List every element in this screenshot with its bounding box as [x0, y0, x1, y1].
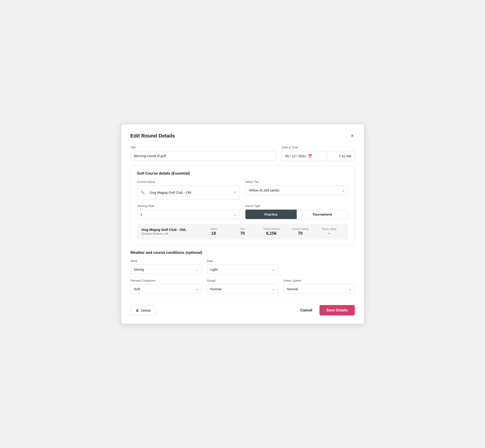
title-group: Title	[130, 146, 276, 161]
footer-divider	[130, 298, 355, 299]
starting-hole-wrapper[interactable]: 1234 5678 910 ⌄	[137, 209, 240, 219]
rough-label: Rough	[207, 279, 278, 282]
fairway-rough-green-row: Fairway Conditions SoftNormalHard ⌄ Roug…	[130, 279, 355, 294]
select-tee-group: Select Tee Yellow (6,156 yards) White Re…	[245, 180, 348, 200]
weather-section: Weather and course conditions (optional)…	[130, 251, 355, 294]
game-type-toggle: Practice Tournament	[245, 209, 348, 219]
wind-label: Wind	[130, 259, 202, 263]
trash-icon: 🗑	[136, 308, 139, 312]
rain-dropdown[interactable]: NoneLightModerateHeavy	[207, 265, 278, 274]
course-info-bar: Gog Magog Golf Club - Old, Shelford Bott…	[137, 224, 348, 240]
game-type-label: Game Type	[245, 204, 348, 208]
time-value: 7:31 AM	[339, 154, 351, 158]
edit-round-modal: Edit Round Details × Title Date & Time 0…	[121, 124, 364, 324]
rough-wrapper[interactable]: ShortNormalLong ⌄	[207, 284, 278, 294]
footer-right: Cancel Save Details	[299, 305, 355, 315]
holes-label: Holes	[210, 227, 217, 231]
title-input[interactable]	[130, 151, 276, 161]
course-name-input[interactable]	[147, 188, 232, 197]
clear-icon[interactable]: ✕	[233, 190, 236, 194]
course-location: Shelford Bottom, UK	[142, 232, 199, 235]
course-name-tee-row: Course Name 🔍 ✕ Select Tee Yellow (6,156…	[137, 180, 348, 200]
stat-course-rating: Course rating 70	[286, 227, 315, 236]
fairway-dropdown[interactable]: SoftNormalHard	[131, 284, 201, 294]
stat-holes: Holes 18	[199, 227, 228, 236]
par-label: Par	[241, 227, 245, 231]
stat-slope-rating: Slope rating -	[315, 227, 344, 236]
green-speed-group: Green Speed SlowNormalFast ⌄	[283, 279, 355, 294]
course-search-wrapper[interactable]: 🔍 ✕	[137, 185, 240, 200]
time-field[interactable]: 7:31 AM	[327, 151, 355, 161]
date-value: 05 / 12 / 2021	[285, 154, 306, 158]
wind-wrapper[interactable]: NoneLightModerateStrong ⌄	[130, 264, 202, 274]
course-info-name: Gog Magog Golf Club - Old, Shelford Bott…	[142, 228, 199, 235]
starting-hole-label: Starting Hole	[137, 204, 240, 208]
yards-value: 6,156	[266, 231, 276, 236]
wind-rain-row: Wind NoneLightModerateStrong ⌄ Rain None…	[130, 259, 355, 274]
delete-button[interactable]: 🗑 Delete	[130, 305, 156, 315]
wind-group: Wind NoneLightModerateStrong ⌄	[130, 259, 202, 274]
close-button[interactable]: ×	[350, 133, 355, 139]
green-speed-wrapper[interactable]: SlowNormalFast ⌄	[283, 284, 355, 294]
stat-yards: Yards(Yellow) 6,156	[257, 227, 286, 236]
rain-label: Rain	[207, 259, 278, 263]
fairway-group: Fairway Conditions SoftNormalHard ⌄	[130, 279, 202, 294]
course-name-label: Course Name	[137, 180, 240, 184]
delete-label: Delete	[141, 308, 151, 312]
stat-par: Par 70	[228, 227, 257, 236]
title-label: Title	[130, 146, 276, 149]
green-speed-label: Green Speed	[283, 279, 355, 282]
select-tee-wrapper[interactable]: Yellow (6,156 yards) White Red Blue ⌄	[245, 185, 348, 195]
practice-button[interactable]: Practice	[245, 210, 297, 219]
rain-wrapper[interactable]: NoneLightModerateHeavy ⌄	[207, 264, 278, 274]
course-rating-label: Course rating	[292, 227, 308, 231]
select-tee-label: Select Tee	[245, 180, 348, 184]
rough-dropdown[interactable]: ShortNormalLong	[207, 284, 278, 294]
starting-hole-group: Starting Hole 1234 5678 910 ⌄	[137, 204, 240, 219]
golf-course-title: Golf Course details (Essential)	[137, 171, 348, 176]
weather-section-title: Weather and course conditions (optional)	[130, 251, 355, 255]
golf-course-section: Golf Course details (Essential) Course N…	[130, 166, 355, 245]
par-value: 70	[240, 231, 245, 236]
slope-rating-label: Slope rating	[322, 227, 336, 231]
rain-group: Rain NoneLightModerateHeavy ⌄	[207, 259, 278, 274]
course-name-group: Course Name 🔍 ✕	[137, 180, 240, 200]
select-tee-dropdown[interactable]: Yellow (6,156 yards) White Red Blue	[245, 185, 348, 195]
datetime-label: Date & Time	[282, 146, 355, 149]
title-date-row: Title Date & Time 05 / 12 / 2021 📅 7:31 …	[130, 146, 355, 161]
date-field[interactable]: 05 / 12 / 2021 📅	[282, 151, 327, 161]
footer-row: 🗑 Delete Cancel Save Details	[130, 303, 355, 315]
slope-rating-value: -	[328, 231, 330, 236]
modal-header: Edit Round Details ×	[130, 133, 355, 139]
course-rating-value: 70	[298, 231, 302, 236]
cancel-button[interactable]: Cancel	[299, 305, 314, 315]
datetime-group: Date & Time 05 / 12 / 2021 📅 7:31 AM	[282, 146, 355, 161]
starting-hole-game-type-row: Starting Hole 1234 5678 910 ⌄ Game Type …	[137, 204, 348, 219]
tournament-button[interactable]: Tournament	[297, 210, 348, 219]
datetime-row: 05 / 12 / 2021 📅 7:31 AM	[282, 151, 355, 161]
game-type-group: Game Type Practice Tournament	[245, 204, 348, 219]
wind-dropdown[interactable]: NoneLightModerateStrong	[131, 265, 201, 274]
calendar-icon: 📅	[308, 154, 312, 158]
green-speed-dropdown[interactable]: SlowNormalFast	[284, 284, 354, 294]
fairway-wrapper[interactable]: SoftNormalHard ⌄	[130, 284, 202, 294]
search-icon: 🔍	[140, 190, 145, 194]
holes-value: 18	[211, 231, 216, 236]
course-full-name: Gog Magog Golf Club - Old,	[142, 228, 199, 232]
save-button[interactable]: Save Details	[319, 305, 355, 315]
rough-group: Rough ShortNormalLong ⌄	[207, 279, 278, 294]
starting-hole-dropdown[interactable]: 1234 5678 910	[137, 210, 240, 219]
yards-label: Yards(Yellow)	[263, 227, 280, 231]
modal-title: Edit Round Details	[130, 133, 175, 139]
fairway-label: Fairway Conditions	[130, 279, 202, 282]
